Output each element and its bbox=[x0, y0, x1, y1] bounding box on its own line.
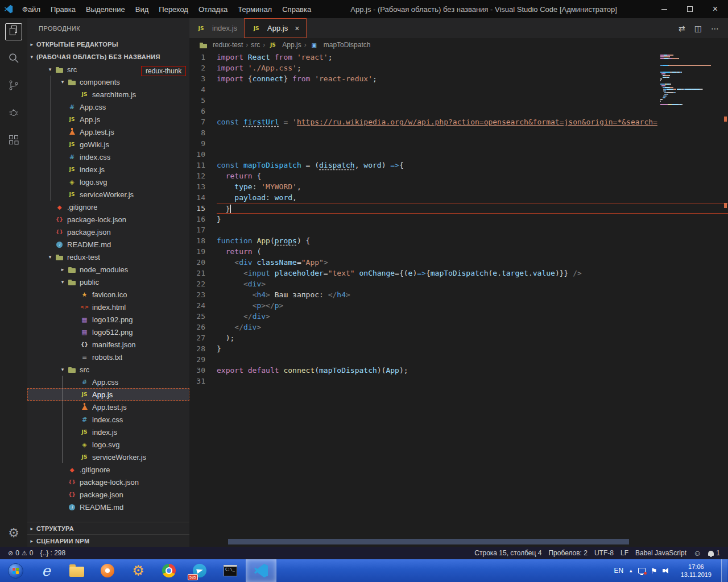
open-editors-header[interactable]: ▸ ОТКРЫТЫЕ РЕДАКТОРЫ bbox=[27, 38, 189, 51]
more-actions-icon[interactable]: ⋯ bbox=[711, 24, 719, 33]
show-desktop-button[interactable] bbox=[721, 559, 727, 582]
language-mode[interactable]: Babel JavaScript bbox=[632, 547, 690, 559]
activity-debug[interactable] bbox=[0, 100, 27, 127]
tree-item-App.js[interactable]: App.js bbox=[27, 113, 189, 126]
code-line-text[interactable] bbox=[217, 149, 728, 160]
line-number[interactable]: 16 bbox=[189, 214, 217, 225]
volume-icon[interactable] bbox=[663, 567, 671, 574]
line-number[interactable]: 1 bbox=[189, 52, 217, 63]
code-line-text[interactable]: <div> bbox=[217, 278, 728, 289]
ie-taskbar-button[interactable] bbox=[31, 559, 61, 582]
explorer-taskbar-button[interactable] bbox=[61, 559, 92, 582]
close-button[interactable]: × bbox=[702, 0, 728, 18]
breadcrumb-item-App.js[interactable]: App.js bbox=[268, 40, 301, 49]
line-number[interactable]: 3 bbox=[189, 73, 217, 84]
activity-settings[interactable]: ⚙ bbox=[0, 519, 27, 547]
line-number[interactable]: 13 bbox=[189, 181, 217, 192]
code-line-text[interactable] bbox=[217, 84, 728, 95]
feedback-smiley-icon[interactable]: ☺ bbox=[690, 548, 705, 558]
tree-item-searchItem.js[interactable]: searchItem.js bbox=[27, 88, 189, 101]
tree-item-package-lock.json[interactable]: package-lock.json bbox=[27, 476, 189, 488]
code-line-text[interactable]: type: 'MYWORD', bbox=[217, 181, 728, 192]
line-number[interactable]: 10 bbox=[189, 149, 217, 160]
line-number[interactable]: 19 bbox=[189, 246, 217, 257]
tree-item-logo512.png[interactable]: logo512.png bbox=[27, 326, 189, 338]
line-number[interactable]: 8 bbox=[189, 127, 217, 138]
line-number[interactable]: 21 bbox=[189, 268, 217, 278]
npm-scripts-header[interactable]: ▸ СЦЕНАРИИ NPM bbox=[27, 534, 189, 547]
code-line-text[interactable]: ); bbox=[217, 332, 728, 343]
code-line-text[interactable]: function App(props) { bbox=[217, 235, 728, 246]
tab-App.js[interactable]: App.js× bbox=[244, 18, 307, 38]
tree-item-.gitignore[interactable]: .gitignore bbox=[27, 201, 189, 213]
line-number[interactable]: 30 bbox=[189, 365, 217, 376]
line-number[interactable]: 18 bbox=[189, 235, 217, 246]
code-line-text[interactable]: import {connect} from 'react-redux'; bbox=[217, 73, 728, 84]
line-number[interactable]: 24 bbox=[189, 300, 217, 311]
network-icon[interactable] bbox=[638, 568, 646, 573]
menu-edit[interactable]: Правка bbox=[46, 0, 81, 18]
code-line-text[interactable]: return ( bbox=[217, 246, 728, 257]
code-line-text[interactable]: const firstUrl = 'https://ru.wikipedia.o… bbox=[217, 117, 728, 127]
tree-item-serviceWorker.js[interactable]: serviceWorker.js bbox=[27, 451, 189, 463]
tree-item-package.json[interactable]: package.json bbox=[27, 226, 189, 238]
minimap[interactable] bbox=[660, 54, 720, 107]
tree-item-public[interactable]: ▾public bbox=[27, 276, 189, 288]
code-line-text[interactable] bbox=[217, 376, 728, 386]
maximize-button[interactable] bbox=[677, 0, 702, 18]
tree-item-redux-test[interactable]: ▾redux-test bbox=[27, 251, 189, 263]
eol[interactable]: LF bbox=[617, 547, 632, 559]
tree-item-App.test.js[interactable]: App.test.js bbox=[27, 126, 189, 138]
language-indicator[interactable]: EN bbox=[614, 567, 624, 575]
tree-item-README.md[interactable]: README.md bbox=[27, 501, 189, 513]
tree-item-src[interactable]: ▾src bbox=[27, 363, 189, 376]
tree-item-robots.txt[interactable]: robots.txt bbox=[27, 351, 189, 363]
line-number[interactable]: 7 bbox=[189, 117, 217, 127]
code-line-text[interactable] bbox=[217, 225, 728, 235]
menu-file[interactable]: Файл bbox=[17, 0, 46, 18]
workspace-header[interactable]: ▾ (РАБОЧАЯ ОБЛАСТЬ) БЕЗ НАЗВАНИЯ bbox=[27, 51, 189, 63]
hidden-icons-arrow[interactable]: ▲ bbox=[628, 568, 633, 573]
notifications-indicator[interactable]: 1 bbox=[705, 547, 723, 559]
line-number[interactable]: 11 bbox=[189, 160, 217, 171]
split-editor-icon[interactable]: ◫ bbox=[694, 24, 702, 33]
line-number[interactable]: 27 bbox=[189, 332, 217, 343]
code-line-text[interactable]: <input placeholder="text" onChange={(e)=… bbox=[217, 268, 728, 278]
tree-item-index.js[interactable]: index.js bbox=[27, 426, 189, 438]
menu-view[interactable]: Вид bbox=[130, 0, 154, 18]
tree-item-.gitignore[interactable]: .gitignore bbox=[27, 463, 189, 476]
tree-item-App.css[interactable]: App.css bbox=[27, 101, 189, 113]
outline-header[interactable]: ▸ СТРУКТУРА bbox=[27, 522, 189, 534]
cmd-taskbar-button[interactable] bbox=[215, 559, 246, 582]
line-number[interactable]: 9 bbox=[189, 138, 217, 149]
code-line-text[interactable]: } bbox=[217, 203, 728, 214]
media-taskbar-button[interactable] bbox=[92, 559, 123, 582]
line-number[interactable]: 12 bbox=[189, 171, 217, 181]
line-number[interactable]: 29 bbox=[189, 354, 217, 365]
menu-selection[interactable]: Выделение bbox=[81, 0, 130, 18]
code-editor[interactable]: 1import React from 'react';2import './Ap… bbox=[189, 52, 728, 547]
code-line-text[interactable]: export default connect(mapToDispatch)(Ap… bbox=[217, 365, 728, 376]
tree-item-index.html[interactable]: index.html bbox=[27, 301, 189, 313]
tree-item-logo.svg[interactable]: logo.svg bbox=[27, 438, 189, 451]
close-tab-icon[interactable]: × bbox=[295, 24, 299, 33]
tree-item-index.css[interactable]: index.css bbox=[27, 413, 189, 426]
breadcrumb-item-mapToDispatch[interactable]: mapToDispatch bbox=[309, 40, 371, 49]
code-line-text[interactable] bbox=[217, 354, 728, 365]
tree-item-goWiki.js[interactable]: goWiki.js bbox=[27, 138, 189, 151]
line-number[interactable]: 6 bbox=[189, 106, 217, 117]
vscode-taskbar-button[interactable] bbox=[246, 559, 276, 582]
tab-index.js[interactable]: index.js bbox=[189, 18, 244, 38]
tree-item-components[interactable]: ▾components bbox=[27, 76, 189, 88]
tree-item-logo192.png[interactable]: logo192.png bbox=[27, 313, 189, 326]
menu-help[interactable]: Справка bbox=[277, 0, 316, 18]
tree-item-serviceWorker.js[interactable]: serviceWorker.js bbox=[27, 188, 189, 201]
code-line-text[interactable]: import './App.css'; bbox=[217, 63, 728, 73]
tree-item-node_modules[interactable]: ▸node_modules bbox=[27, 263, 189, 276]
tree-item-README.md[interactable]: README.md bbox=[27, 238, 189, 251]
code-line-text[interactable]: payload: word, bbox=[217, 192, 728, 203]
line-number[interactable]: 26 bbox=[189, 322, 217, 332]
line-number[interactable]: 22 bbox=[189, 278, 217, 289]
code-line-text[interactable]: import React from 'react'; bbox=[217, 52, 728, 63]
line-number[interactable]: 14 bbox=[189, 192, 217, 203]
